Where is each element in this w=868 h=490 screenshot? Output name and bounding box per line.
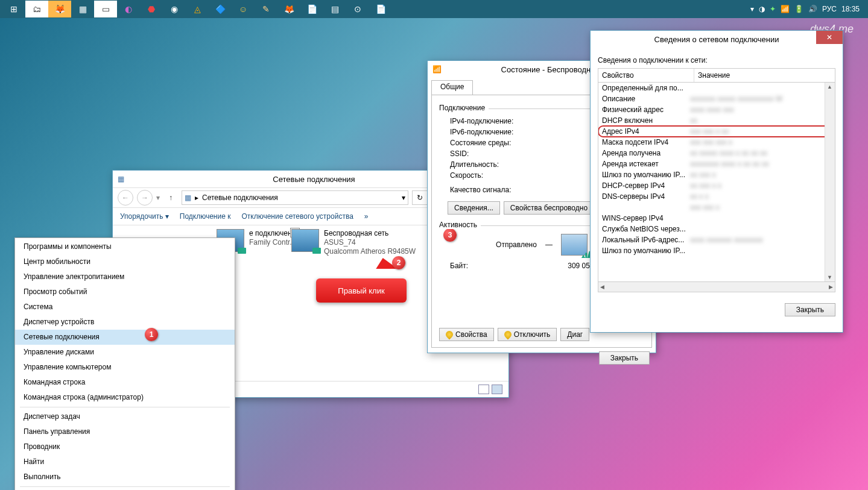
diagnose-button[interactable]: Диаг [560,328,589,341]
property-cell: Описание [602,94,690,104]
table-row[interactable]: DHCP-сервер IPv4xx xxx x x [598,180,835,191]
table-row[interactable]: Аренда истекаетxxxxxxxx xxxx x xx xx xx [598,159,835,169]
menu-connect[interactable]: Подключение к [180,212,231,221]
menu-item[interactable]: Программы и компоненты [15,239,235,254]
col-property[interactable]: Свойство [598,69,694,82]
details-list[interactable]: Определенный для по...Описаниеxxxxxxx xx… [598,83,835,282]
menu-item[interactable]: Выполнить [15,470,235,485]
table-row[interactable]: DHCP включенxx [598,115,835,126]
table-row[interactable]: Шлюз по умолчанию IP... [598,245,835,256]
tray-chevron-icon[interactable]: ▾ [750,5,754,13]
list-header: Свойство Значение [598,68,835,83]
tray-network-icon[interactable]: 📶 [781,5,790,13]
close-button[interactable]: Закрыть [599,351,650,365]
taskbar-chrome[interactable]: ◉ [163,1,186,17]
menu-overflow[interactable]: » [364,212,369,221]
forward-button[interactable]: → [137,190,153,206]
menu-item[interactable]: Проводник [15,439,235,454]
menu-disable[interactable]: Отключение сетевого устройства [241,212,353,221]
menu-item[interactable]: Командная строка (администратор) [15,390,235,405]
view-icons-icon[interactable] [492,385,502,394]
taskbar-app[interactable]: 🔷 [209,1,232,17]
value-cell: xxx xxx xxx x [690,137,831,147]
back-button[interactable]: ← [118,190,133,206]
table-row[interactable]: Служба NetBIOS через... [598,224,835,234]
menu-item[interactable]: Диспетчер задач [15,409,235,424]
taskbar-app[interactable]: ◬ [186,1,209,17]
close-icon[interactable]: ✕ [816,31,843,44]
menu-separator [20,407,230,407]
up-button[interactable]: ↑ [163,190,178,205]
table-row[interactable]: Адрес IPv4xxx xxx x xx [598,126,835,137]
table-row[interactable]: Аренда полученаxx xxxxx xxxx x xx xx xx [598,148,835,159]
table-row[interactable]: Физический адресxxxx xxxx xxx [598,104,835,115]
tray-language[interactable]: РУС [822,5,837,13]
network-adapter-item[interactable]: ✓ Беспроводная сеть ASUS_74 Qualcomm Ath… [291,229,430,256]
tab-general[interactable]: Общие [431,80,473,95]
taskbar-app[interactable]: ▤ [323,1,346,17]
titlebar[interactable]: Сведения о сетевом подключении ✕ [591,31,843,48]
annotation-badge-1: 1 [145,328,158,341]
menu-item[interactable]: Центр мобильности [15,254,235,269]
menu-item[interactable]: Управление электропитанием [15,269,235,284]
refresh-button[interactable]: ↻ [412,190,428,205]
wifi-properties-button[interactable]: Свойства беспроводно [504,201,594,215]
taskbar-steam[interactable]: ⊙ [346,1,369,17]
start-button[interactable]: ⊞ [2,1,25,17]
taskbar-firefox[interactable]: 🦊 [48,1,71,17]
scrollbar-vertical[interactable] [825,83,835,281]
table-row[interactable]: xxx xxx x [598,202,835,213]
taskbar-app[interactable]: ◐ [117,1,140,17]
taskbar-app[interactable]: 📄 [369,1,392,17]
menu-item[interactable]: Управление компьютером [15,360,235,375]
table-row[interactable]: Локальный IPv6-адрес...xxxx xxxxxxx xxxx… [598,234,835,245]
menu-item[interactable]: Командная строка [15,375,235,390]
breadcrumb[interactable]: Сетевые подключения [202,193,278,202]
property-cell: Физический адрес [602,105,690,115]
properties-button[interactable]: Свойства [439,328,494,341]
taskbar-app[interactable]: ▭ [94,1,117,17]
menu-item[interactable]: Диспетчер устройств [15,315,235,330]
taskbar-app[interactable]: ▦ [71,1,94,17]
menu-item[interactable]: Найти [15,454,235,470]
recent-dropdown[interactable]: ▾ [156,193,160,202]
table-row[interactable]: Определенный для по... [598,83,835,93]
property-cell: Шлюз по умолчанию IP... [602,246,690,256]
tray-icon[interactable]: ✦ [770,5,776,13]
table-row[interactable]: Описаниеxxxxxxx xxxxx xxxxxxxxxx W [598,93,835,104]
view-details-icon[interactable] [478,385,489,394]
table-row[interactable]: WINS-сервер IPv4 [598,213,835,224]
breadcrumb-sep: ▸ [195,193,198,202]
value-cell: xx x x [690,192,831,201]
taskbar-app[interactable]: ⬣ [140,1,163,17]
menu-item[interactable]: Панель управления [15,424,235,439]
property-cell: Определенный для по... [602,83,690,93]
property-cell [602,203,690,212]
taskbar-app[interactable]: ☺ [232,1,255,17]
table-row[interactable]: Шлюз по умолчанию IP...xx xxx x [598,169,835,180]
close-button[interactable]: Закрыть [785,303,835,316]
menu-item-network-connections[interactable]: Сетевые подключения [15,330,235,345]
col-value[interactable]: Значение [694,69,835,82]
property-cell: Локальный IPv6-адрес... [602,235,690,245]
tray-clock[interactable]: 18:35 [841,5,860,13]
tray-battery-icon[interactable]: 🔋 [794,5,803,13]
taskbar-explorer[interactable]: 🗂 [25,1,48,17]
menu-organize[interactable]: Упорядочить ▾ [120,212,169,221]
menu-item[interactable]: Просмотр событий [15,284,235,300]
menu-item[interactable]: Система [15,300,235,315]
taskbar-app[interactable]: ✎ [255,1,277,17]
tray-volume-icon[interactable]: 🔊 [808,5,817,13]
addr-dropdown-icon[interactable]: ▾ [402,193,405,202]
table-row[interactable]: Маска подсети IPv4xxx xxx xxx x [598,137,835,148]
details-button[interactable]: Сведения... [448,201,500,215]
scrollbar-horizontal[interactable]: ◀▶ [598,282,835,292]
address-bar[interactable]: ▦ ▸ Сетевые подключения ▾ [182,190,408,205]
menu-item[interactable]: Управление дисками [15,345,235,360]
taskbar-app[interactable]: 🦊 [277,1,300,17]
taskbar-app[interactable]: 📄 [300,1,323,17]
table-row[interactable]: DNS-серверы IPv4xx x x [598,191,835,202]
adapter-icon [291,229,319,252]
tray-icon[interactable]: ◑ [759,5,765,13]
disconnect-button[interactable]: Отключить [498,328,557,341]
